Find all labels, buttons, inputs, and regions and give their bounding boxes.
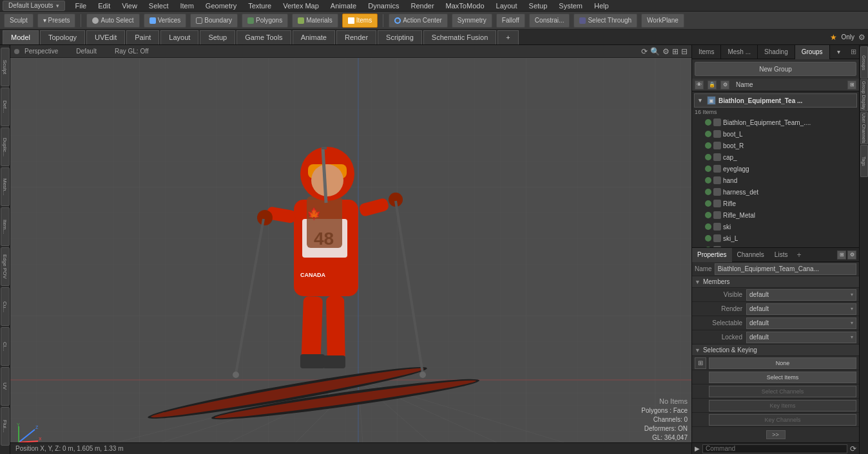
auto-select-button[interactable]: Auto Select	[86, 14, 139, 28]
vp-rotate-icon[interactable]: ⟳	[641, 47, 648, 56]
menu-item-item[interactable]: Item	[177, 2, 196, 10]
tree-item[interactable]: eyeglagg	[692, 163, 859, 175]
sidebar-duplic[interactable]: Duplic...	[1, 128, 10, 166]
tree-icon-2[interactable]: 🔒	[708, 80, 717, 90]
menu-item-geometry[interactable]: Geometry	[203, 2, 239, 10]
edge-tab-user-channels[interactable]: User Channels	[860, 112, 868, 144]
sidebar-sculpt[interactable]: Sculpt	[1, 48, 10, 86]
sidebar-edge[interactable]: Edge POV	[1, 247, 10, 286]
tab-scripting[interactable]: Scripting	[378, 30, 422, 44]
menu-item-help[interactable]: Help	[592, 2, 612, 10]
tree-root-item[interactable]: ▼ ▣ Biathlon_Equipment_Tea ...	[694, 93, 857, 108]
render-dropdown[interactable]: default ▾	[746, 303, 856, 315]
vp-zoom-icon[interactable]: 🔍	[650, 47, 660, 56]
layout-selector[interactable]: Default Layouts ▾	[3, 1, 65, 11]
arrow-button[interactable]: >>	[766, 430, 786, 439]
select-items-button[interactable]: Select Items	[709, 372, 856, 383]
materials-button[interactable]: Materials	[292, 14, 338, 28]
tree-item[interactable]: Rifle	[692, 198, 859, 209]
tree-icon-1[interactable]: 👁	[695, 80, 704, 90]
tab-+[interactable]: +	[497, 30, 518, 44]
select-through-button[interactable]: Select Through	[574, 14, 637, 28]
visible-dropdown[interactable]: default ▾	[746, 289, 856, 301]
menu-item-dynamics[interactable]: Dynamics	[365, 2, 401, 10]
tree-item[interactable]: ski	[692, 221, 859, 232]
menu-item-render[interactable]: Render	[409, 2, 437, 10]
menu-item-layout[interactable]: Layout	[494, 2, 520, 10]
tree-item[interactable]: ski_L	[692, 232, 859, 244]
menu-item-view[interactable]: View	[119, 2, 140, 10]
menu-item-setup[interactable]: Setup	[526, 2, 550, 10]
tab-paint[interactable]: Paint	[126, 30, 159, 44]
tab-uvedit[interactable]: UVEdit	[86, 30, 125, 44]
panel-tab-shading[interactable]: Shading	[758, 45, 795, 59]
vp-settings-icon[interactable]: ⚙	[662, 47, 670, 56]
edge-tab-tags[interactable]: Tags	[860, 145, 868, 177]
edge-tab-group-display[interactable]: Group Display	[860, 79, 868, 111]
gear-icon[interactable]: ⚙	[858, 33, 865, 42]
tab-animate[interactable]: Animate	[293, 30, 335, 44]
constraints-button[interactable]: Constrai...	[529, 14, 570, 28]
group-tree[interactable]: ▼ ▣ Biathlon_Equipment_Tea ... 16 Items …	[692, 91, 859, 247]
menu-item-texture[interactable]: Texture	[246, 2, 274, 10]
locked-dropdown[interactable]: default ▾	[746, 332, 856, 343]
props-tab-plus[interactable]: +	[793, 251, 805, 260]
boundary-button[interactable]: Boundary	[190, 14, 238, 28]
tab-render[interactable]: Render	[336, 30, 376, 44]
presets-button[interactable]: ▾ Presets	[37, 14, 76, 28]
sculpt-button[interactable]: Sculpt	[4, 14, 34, 28]
panel-tab-dropdown[interactable]: ▾	[833, 48, 844, 55]
items-button[interactable]: Items	[342, 14, 378, 28]
props-tab-properties[interactable]: Properties	[692, 248, 732, 262]
action-center-button[interactable]: Action Center	[389, 14, 448, 28]
viewport-canvas[interactable]: 48	[10, 58, 691, 454]
tree-item[interactable]: boot_R	[692, 140, 859, 151]
vp-expand-icon[interactable]: ⊞	[672, 47, 679, 56]
tab-layout[interactable]: Layout	[160, 30, 198, 44]
tree-item[interactable]: Rifle_Metal	[692, 209, 859, 221]
tab-topology[interactable]: Topology	[40, 30, 85, 44]
sidebar-uv[interactable]: UV	[1, 367, 10, 406]
tree-item[interactable]: harness_det	[692, 186, 859, 198]
tree-item[interactable]: boot_L	[692, 128, 859, 140]
menu-item-maxtomodo[interactable]: MaxToModo	[443, 2, 487, 10]
none-button[interactable]: None	[709, 357, 856, 369]
sidebar-cl[interactable]: Cl...	[1, 327, 10, 366]
command-input[interactable]	[702, 444, 847, 453]
vertices-button[interactable]: Vertices	[144, 14, 187, 28]
menu-item-select[interactable]: Select	[146, 2, 171, 10]
vp-shrink-icon[interactable]: ⊟	[681, 47, 688, 56]
sidebar-flui[interactable]: Flui...	[1, 407, 10, 446]
tab-model[interactable]: Model	[3, 30, 39, 44]
workplane-button[interactable]: WorkPlane	[641, 14, 684, 28]
menu-item-system[interactable]: System	[556, 2, 585, 10]
edge-tab-groups[interactable]: Groups	[860, 46, 868, 79]
polygons-button[interactable]: Polygons	[242, 14, 288, 28]
selectable-dropdown[interactable]: default ▾	[746, 317, 856, 329]
new-group-button[interactable]: New Group	[695, 62, 856, 76]
props-tab-lists[interactable]: Lists	[769, 248, 793, 262]
symmetry-button[interactable]: Symmetry	[452, 14, 492, 28]
sidebar-mesh[interactable]: Mesh...	[1, 167, 10, 206]
props-settings-icon[interactable]: ⚙	[847, 251, 856, 260]
tree-item[interactable]: cap_	[692, 151, 859, 163]
props-expand-icon[interactable]: ⊞	[837, 251, 846, 260]
menu-item-animate[interactable]: Animate	[328, 2, 359, 10]
tab-game-tools[interactable]: Game Tools	[236, 30, 291, 44]
tree-icon-3[interactable]: ⚙	[720, 80, 729, 90]
name-input[interactable]	[715, 263, 856, 275]
panel-tab-items[interactable]: Items	[692, 45, 721, 59]
tree-item[interactable]: hand	[692, 175, 859, 186]
tab-schematic-fusion[interactable]: Schematic Fusion	[423, 30, 496, 44]
panel-expand-icon[interactable]: ⊞	[848, 48, 859, 56]
tree-item[interactable]: Biathlon_Equipment_Team_....	[692, 117, 859, 128]
panel-tab-groups[interactable]: Groups	[795, 45, 830, 59]
props-tab-channels[interactable]: Channels	[732, 248, 769, 262]
menu-item-edit[interactable]: Edit	[95, 2, 113, 10]
falloff-button[interactable]: Falloff	[496, 14, 525, 28]
menu-item-file[interactable]: File	[73, 2, 90, 10]
panel-tab-mesh[interactable]: Mesh ...	[721, 45, 758, 59]
sidebar-cu[interactable]: Cu...	[1, 287, 10, 326]
menu-item-vertex map[interactable]: Vertex Map	[280, 2, 322, 10]
tree-expand-icon[interactable]: ⊞	[847, 80, 856, 90]
